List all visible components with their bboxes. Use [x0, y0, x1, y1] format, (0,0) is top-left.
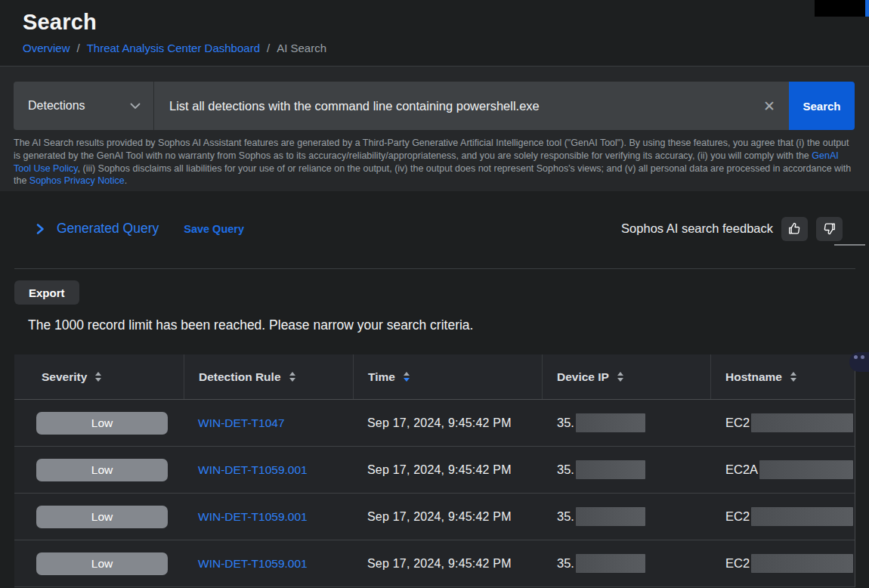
column-header-device-ip[interactable]: Device IP	[542, 354, 710, 399]
export-button[interactable]: Export	[14, 280, 79, 305]
column-header-time[interactable]: Time	[353, 354, 542, 399]
severity-cell: Low	[14, 459, 184, 481]
detection-rule-link[interactable]: WIN-DET-T1047	[198, 416, 285, 429]
breadcrumb-separator: /	[77, 42, 80, 54]
browser-artifact-blue-edge	[865, 0, 869, 17]
table-body: Low WIN-DET-T1047 Sep 17, 2024, 9:45:42 …	[14, 400, 855, 587]
search-section: Detections List all detections with the …	[0, 66, 869, 191]
detection-rule-cell: WIN-DET-T1059.001	[184, 463, 353, 477]
search-category-dropdown[interactable]: Detections	[14, 82, 154, 130]
search-category-value: Detections	[28, 99, 85, 113]
column-label: Device IP	[557, 370, 609, 384]
time-cell: Sep 17, 2024, 9:45:42 PM	[353, 416, 542, 430]
disclaimer-segment: The AI Search results provided by Sophos…	[14, 138, 849, 161]
chevron-right-icon[interactable]	[36, 223, 45, 235]
browser-artifact	[815, 0, 869, 17]
disclaimer-segment: .	[125, 175, 127, 186]
sort-icon	[404, 372, 410, 382]
detection-rule-cell: WIN-DET-T1059.001	[184, 557, 353, 571]
search-input[interactable]: List all detections with the command lin…	[154, 82, 789, 130]
hostname-redaction	[751, 413, 853, 432]
sort-icon	[790, 372, 796, 382]
device-ip-prefix: 35.	[557, 416, 574, 430]
generated-query-toggle[interactable]: Generated Query	[57, 221, 159, 237]
sort-icon	[617, 372, 623, 382]
search-bar: Detections List all detections with the …	[14, 82, 855, 130]
table-row[interactable]: Low WIN-DET-T1059.001 Sep 17, 2024, 9:45…	[14, 494, 855, 540]
breadcrumb-separator: /	[267, 42, 270, 54]
device-ip-cell: 35.	[542, 460, 710, 479]
hostname-cell: EC2	[710, 554, 855, 573]
device-ip-prefix: 35.	[557, 463, 574, 477]
device-ip-redaction	[576, 507, 645, 526]
time-value: Sep 17, 2024, 9:45:42 PM	[367, 557, 512, 570]
column-header-detection-rule[interactable]: Detection Rule	[184, 354, 353, 399]
hostname-prefix: EC2	[725, 556, 750, 571]
table-row[interactable]: Low WIN-DET-T1059.001 Sep 17, 2024, 9:45…	[14, 447, 855, 494]
floating-widget[interactable]	[849, 352, 869, 372]
device-ip-prefix: 35.	[557, 556, 574, 571]
feedback-group: Sophos AI search feedback	[621, 217, 843, 241]
table-row[interactable]: Low WIN-DET-T1047 Sep 17, 2024, 9:45:42 …	[14, 400, 855, 447]
time-cell: Sep 17, 2024, 9:45:42 PM	[353, 510, 542, 524]
column-label: Detection Rule	[199, 370, 281, 384]
time-value: Sep 17, 2024, 9:45:42 PM	[367, 510, 512, 523]
breadcrumb-item[interactable]: Threat Analysis Center Dashboard	[87, 42, 260, 54]
detection-rule-link[interactable]: WIN-DET-T1059.001	[198, 510, 308, 523]
severity-badge: Low	[36, 506, 168, 528]
disclaimer-segment: , (iii) Sophos disclaims all liabilities…	[14, 163, 851, 187]
feedback-label: Sophos AI search feedback	[621, 221, 773, 236]
detection-rule-cell: WIN-DET-T1047	[184, 416, 353, 430]
device-ip-redaction	[576, 460, 645, 479]
breadcrumb-item: AI Search	[277, 42, 326, 54]
device-ip-cell: 35.	[542, 507, 710, 526]
detection-rule-cell: WIN-DET-T1059.001	[184, 510, 353, 524]
hostname-redaction	[759, 460, 853, 479]
disclaimer-link[interactable]: Sophos Privacy Notice	[29, 175, 125, 186]
severity-cell: Low	[14, 506, 184, 528]
search-button[interactable]: Search	[789, 82, 855, 130]
detections-table: SeverityDetection RuleTimeDevice IPHostn…	[14, 354, 855, 587]
breadcrumb-item[interactable]: Overview	[23, 42, 70, 54]
severity-badge: Low	[36, 412, 168, 435]
sort-icon	[95, 372, 101, 382]
clear-search-icon[interactable]: ✕	[760, 96, 778, 116]
time-cell: Sep 17, 2024, 9:45:42 PM	[353, 557, 542, 571]
section-divider	[14, 268, 855, 269]
column-label: Time	[368, 370, 395, 384]
severity-cell: Low	[14, 552, 184, 575]
thumbs-up-button[interactable]	[781, 217, 808, 241]
severity-badge: Low	[36, 552, 168, 575]
table-row[interactable]: Low WIN-DET-T1059.001 Sep 17, 2024, 9:45…	[14, 540, 855, 587]
sort-icon	[289, 372, 295, 382]
hostname-cell: EC2	[710, 413, 855, 432]
page-header: Search Overview/Threat Analysis Center D…	[0, 0, 869, 66]
disclaimer-text: The AI Search results provided by Sophos…	[14, 137, 855, 187]
chevron-down-icon	[130, 99, 141, 113]
device-ip-cell: 35.	[542, 554, 710, 573]
record-limit-message: The 1000 record limit has been reached. …	[28, 317, 869, 333]
severity-badge: Low	[36, 459, 168, 481]
column-header-hostname[interactable]: Hostname	[710, 354, 855, 399]
hostname-prefix: EC2	[725, 509, 750, 524]
column-label: Hostname	[725, 370, 782, 384]
thumbs-down-icon	[822, 221, 837, 236]
column-header-severity[interactable]: Severity	[14, 354, 184, 399]
hostname-cell: EC2A	[710, 460, 855, 479]
thumbs-down-button[interactable]	[816, 217, 843, 241]
save-query-link[interactable]: Save Query	[184, 223, 244, 235]
search-query-text: List all detections with the command lin…	[169, 99, 540, 113]
hostname-prefix: EC2	[725, 416, 750, 430]
page-title: Search	[23, 10, 846, 35]
time-cell: Sep 17, 2024, 9:45:42 PM	[353, 463, 542, 477]
hostname-cell: EC2	[710, 507, 855, 526]
table-header: SeverityDetection RuleTimeDevice IPHostn…	[14, 354, 855, 400]
severity-cell: Low	[14, 412, 184, 435]
time-value: Sep 17, 2024, 9:45:42 PM	[367, 416, 512, 429]
device-ip-prefix: 35.	[557, 509, 574, 524]
detection-rule-link[interactable]: WIN-DET-T1059.001	[198, 557, 308, 570]
time-value: Sep 17, 2024, 9:45:42 PM	[367, 463, 512, 476]
device-ip-redaction	[576, 554, 645, 573]
detection-rule-link[interactable]: WIN-DET-T1059.001	[198, 463, 308, 476]
feedback-underline	[834, 244, 865, 246]
